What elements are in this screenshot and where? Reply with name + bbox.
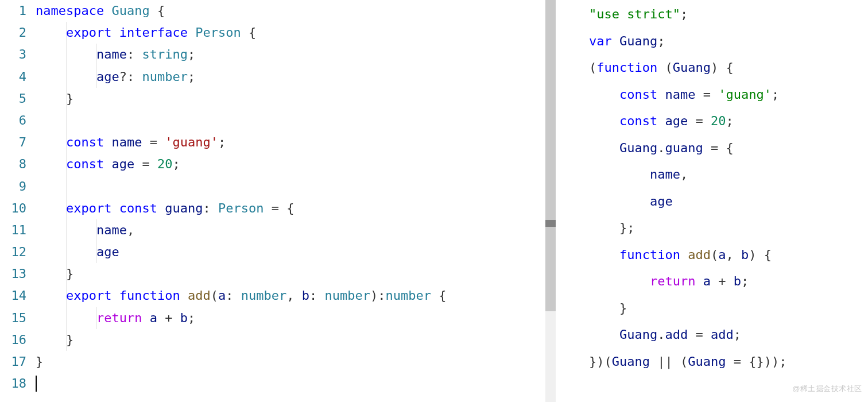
- code-token: [180, 288, 188, 303]
- code-token: const: [119, 201, 157, 215]
- code-line[interactable]: const name = 'guang';: [36, 132, 556, 153]
- code-token: return: [650, 274, 695, 288]
- code-token: a: [218, 288, 226, 303]
- code-line[interactable]: [36, 373, 556, 395]
- code-token: [36, 25, 66, 40]
- code-token: +: [711, 274, 734, 288]
- code-token: const: [619, 87, 657, 102]
- code-line[interactable]: age?: number;: [36, 66, 556, 88]
- code-token: =: [695, 87, 718, 102]
- code-token: ;: [726, 114, 733, 128]
- line-number: 2: [0, 22, 26, 44]
- code-line[interactable]: }: [589, 295, 868, 322]
- code-line[interactable]: age: [36, 241, 556, 263]
- code-token: })(: [589, 354, 612, 369]
- code-token: Guang: [619, 34, 657, 48]
- code-token: [657, 87, 665, 102]
- code-token: }: [36, 354, 43, 369]
- code-line[interactable]: return a + b;: [36, 307, 556, 329]
- code-token: [680, 248, 688, 262]
- line-number: 5: [0, 88, 26, 110]
- code-token: 'guang': [718, 87, 772, 102]
- code-line[interactable]: [36, 110, 556, 132]
- code-line[interactable]: }: [36, 88, 556, 110]
- code-line[interactable]: };: [589, 215, 868, 242]
- code-token: ;: [772, 87, 779, 102]
- code-token: [188, 25, 195, 40]
- code-line[interactable]: name,: [589, 161, 868, 188]
- code-line[interactable]: return a + b;: [589, 268, 868, 295]
- code-token: Guang: [619, 141, 657, 155]
- code-token: [142, 311, 149, 325]
- vertical-scrollbar[interactable]: [545, 0, 556, 402]
- code-line[interactable]: }: [36, 329, 556, 351]
- code-token: = {}));: [726, 354, 786, 369]
- code-line[interactable]: export function add(a: number, b: number…: [36, 285, 556, 307]
- code-token: a: [718, 248, 726, 262]
- code-token: (: [589, 60, 596, 75]
- code-line[interactable]: (function (Guang) {: [589, 55, 868, 82]
- line-number-gutter: 1 2 3 4 5 6 7 8 9 10 11 12 13 14 15 16 1…: [0, 0, 36, 402]
- code-line[interactable]: name: string;: [36, 44, 556, 65]
- left-code-area[interactable]: namespace Guang { export interface Perso…: [36, 0, 556, 402]
- code-line[interactable]: age: [589, 188, 868, 215]
- code-token: "use strict": [589, 7, 680, 21]
- code-token: ;: [188, 69, 195, 84]
- code-line[interactable]: const age = 20;: [36, 153, 556, 175]
- code-token: .: [657, 141, 665, 155]
- code-token: .: [657, 327, 665, 342]
- code-line[interactable]: const name = 'guang';: [589, 82, 868, 109]
- code-token: = {: [264, 201, 294, 215]
- code-token: Guang: [673, 60, 711, 75]
- right-editor-pane: "use strict"; var Guang; (function (Guan…: [564, 0, 868, 402]
- code-token: Guang: [111, 3, 149, 18]
- code-token: function: [619, 248, 680, 262]
- code-line[interactable]: function add(a, b) {: [589, 242, 868, 269]
- code-line[interactable]: }: [36, 351, 556, 373]
- line-number: 4: [0, 66, 26, 88]
- line-number: 16: [0, 329, 26, 351]
- code-line[interactable]: export const guang: Person = {: [36, 198, 556, 219]
- code-token: [157, 201, 165, 215]
- code-line[interactable]: Guang.add = add;: [589, 322, 868, 349]
- code-token: :: [203, 201, 218, 215]
- line-number: 7: [0, 132, 26, 153]
- code-token: [104, 3, 111, 18]
- code-token: const: [619, 114, 657, 128]
- code-token: }: [36, 333, 73, 347]
- code-token: ;: [680, 7, 688, 21]
- code-token: add: [688, 248, 711, 262]
- code-token: [589, 194, 650, 208]
- code-token: name: [96, 223, 127, 237]
- code-token: =: [134, 157, 157, 171]
- code-token: :: [309, 288, 325, 303]
- code-line[interactable]: namespace Guang {: [36, 0, 556, 22]
- code-token: {: [241, 25, 257, 40]
- code-token: function: [596, 60, 657, 75]
- code-token: ;: [188, 47, 195, 61]
- code-line[interactable]: name,: [36, 219, 556, 241]
- code-token: [36, 157, 66, 171]
- scrollbar-thumb[interactable]: [545, 0, 556, 311]
- code-line[interactable]: var Guang;: [589, 28, 868, 55]
- code-line[interactable]: Guang.guang = {: [589, 135, 868, 162]
- code-token: function: [119, 288, 180, 303]
- scrollbar-marker: [545, 220, 556, 227]
- code-token: interface: [119, 25, 188, 40]
- code-token: a: [150, 311, 157, 325]
- code-line[interactable]: const age = 20;: [589, 108, 868, 135]
- code-line[interactable]: "use strict";: [589, 1, 868, 28]
- code-token: add: [665, 327, 688, 342]
- pane-divider[interactable]: [556, 0, 564, 402]
- code-token: [589, 248, 619, 262]
- code-line[interactable]: }: [36, 263, 556, 285]
- code-line[interactable]: [36, 176, 556, 198]
- code-token: [589, 114, 619, 128]
- line-number: 17: [0, 351, 26, 373]
- line-number: 11: [0, 219, 26, 241]
- code-token: namespace: [36, 3, 104, 18]
- code-token: a: [703, 274, 711, 288]
- code-token: return: [96, 311, 142, 325]
- code-line[interactable]: export interface Person {: [36, 22, 556, 44]
- code-line[interactable]: })(Guang || (Guang = {}));: [589, 349, 868, 376]
